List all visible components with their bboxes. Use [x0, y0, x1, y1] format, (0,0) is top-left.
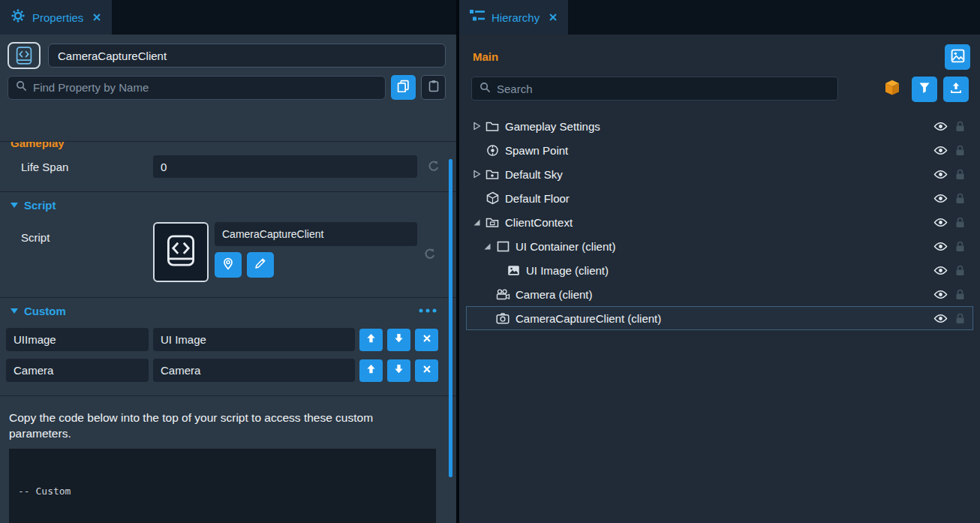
vertical-scrollbar-thumb[interactable] — [449, 159, 452, 477]
filter-button[interactable] — [912, 77, 937, 102]
visibility-eye-icon[interactable] — [930, 242, 950, 251]
ui-container-icon — [494, 241, 512, 252]
custom-property-name-field[interactable]: Camera — [6, 359, 149, 382]
move-down-icon — [393, 363, 404, 377]
remove-custom-property-button[interactable] — [415, 359, 438, 382]
properties-tabbar: Properties — [0, 0, 456, 35]
edit-script-button[interactable] — [247, 252, 274, 278]
tab-properties[interactable]: Properties — [0, 0, 112, 35]
find-property-input[interactable] — [33, 81, 377, 94]
life-span-input[interactable] — [153, 155, 417, 178]
tab-hierarchy[interactable]: Hierarchy — [459, 0, 568, 35]
section-custom-header[interactable]: Custom — [0, 298, 456, 323]
section-gameplay-header[interactable]: Gameplay — [0, 141, 456, 149]
folder-client-icon — [483, 216, 501, 228]
expander-expanded-icon[interactable] — [470, 218, 483, 227]
move-up-button[interactable] — [359, 359, 383, 382]
tree-row[interactable]: Gameplay Settings — [466, 114, 973, 138]
tree-row[interactable]: Spawn Point — [466, 138, 973, 162]
lock-icon[interactable] — [950, 121, 969, 132]
visibility-eye-icon[interactable] — [930, 314, 950, 323]
tree-list-icon — [470, 9, 485, 26]
visibility-eye-icon[interactable] — [930, 170, 950, 179]
tree-row[interactable]: Default Floor — [466, 186, 973, 210]
spawn-point-icon — [483, 144, 501, 157]
section-custom: Custom UIImage UI Image Camera Camera — [0, 297, 456, 396]
folder-sky-icon — [483, 168, 501, 180]
expander-expanded-icon[interactable] — [481, 242, 494, 251]
script-icon — [164, 232, 198, 272]
tree-item-label: UI Container (client) — [516, 240, 930, 253]
scene-settings-button[interactable] — [945, 44, 970, 70]
find-property-field[interactable] — [8, 76, 386, 100]
visibility-eye-icon[interactable] — [930, 266, 950, 275]
hierarchy-body: Main — [459, 35, 980, 523]
tree-item-label: Gameplay Settings — [505, 120, 930, 133]
more-options-dots-icon[interactable] — [419, 308, 437, 313]
hierarchy-tree: Gameplay SettingsSpawn PointDefault SkyD… — [459, 114, 980, 330]
find-asset-pin-icon — [222, 257, 234, 273]
copy-icon — [397, 80, 410, 95]
lock-icon[interactable] — [950, 241, 969, 252]
script-asset-button[interactable] — [153, 222, 209, 282]
code-snippet[interactable]: -- Custom local UIIMAGE = script:GetCust… — [9, 449, 436, 523]
find-script-asset-button[interactable] — [215, 252, 242, 278]
lock-icon[interactable] — [950, 313, 969, 324]
hierarchy-search-input[interactable] — [497, 83, 830, 95]
hierarchy-search-field[interactable] — [471, 77, 838, 101]
custom-property-value-field[interactable]: UI Image — [153, 328, 355, 351]
tree-item-label: Default Floor — [505, 192, 930, 205]
visibility-eye-icon[interactable] — [930, 218, 950, 227]
remove-custom-property-button[interactable] — [415, 329, 438, 351]
tree-row[interactable]: CameraCaptureClient (client) — [466, 306, 973, 330]
paste-properties-button[interactable] — [421, 75, 446, 100]
upload-button[interactable] — [943, 77, 969, 102]
reset-circular-arrow-icon[interactable] — [427, 160, 440, 173]
move-down-button[interactable] — [387, 359, 410, 382]
life-span-row: Life Span — [0, 149, 456, 184]
lock-icon[interactable] — [950, 145, 969, 156]
move-up-icon — [365, 363, 377, 377]
remove-x-icon — [422, 333, 432, 347]
lock-icon[interactable] — [950, 265, 969, 276]
move-down-button[interactable] — [387, 329, 410, 351]
visibility-eye-icon[interactable] — [930, 194, 950, 203]
close-icon[interactable] — [92, 13, 101, 22]
custom-property-value-field[interactable]: Camera — [153, 359, 355, 382]
package-button[interactable] — [878, 77, 906, 102]
collapse-triangle-icon[interactable] — [11, 304, 18, 317]
section-script-header[interactable]: Script — [0, 192, 456, 218]
copy-properties-button[interactable] — [391, 75, 416, 100]
expander-collapsed-icon[interactable] — [470, 122, 483, 131]
reset-circular-arrow-icon[interactable] — [423, 248, 437, 261]
lock-icon[interactable] — [950, 289, 969, 300]
properties-panel: Properties — [0, 0, 456, 523]
custom-property-row: Camera Camera — [0, 356, 456, 385]
move-up-button[interactable] — [359, 329, 383, 351]
lock-icon[interactable] — [950, 169, 969, 180]
collapse-triangle-icon[interactable] — [11, 198, 18, 212]
visibility-eye-icon[interactable] — [930, 290, 950, 299]
object-name-input[interactable] — [48, 44, 446, 68]
search-icon — [479, 82, 491, 96]
lock-icon[interactable] — [950, 217, 969, 228]
visibility-eye-icon[interactable] — [930, 146, 950, 155]
package-icon — [883, 79, 901, 100]
tree-row[interactable]: UI Container (client) — [466, 234, 973, 258]
camera-capture-icon — [494, 313, 512, 324]
code-line: -- Custom — [18, 485, 427, 498]
expander-collapsed-icon[interactable] — [470, 170, 483, 179]
custom-property-name-field[interactable]: UIImage — [6, 328, 149, 351]
script-value-field[interactable]: CameraCaptureClient — [215, 222, 417, 246]
tree-row[interactable]: Default Sky — [466, 162, 973, 186]
close-icon[interactable] — [549, 13, 558, 22]
tree-row[interactable]: Camera (client) — [466, 282, 973, 306]
tree-row[interactable]: UI Image (client) — [466, 258, 973, 282]
visibility-eye-icon[interactable] — [930, 122, 950, 131]
lock-icon[interactable] — [950, 193, 969, 204]
section-custom-title: Custom — [24, 305, 66, 317]
remove-x-icon — [422, 364, 432, 377]
cube-icon — [483, 191, 501, 205]
tree-row[interactable]: ClientContext — [466, 210, 973, 234]
search-icon — [16, 80, 27, 95]
